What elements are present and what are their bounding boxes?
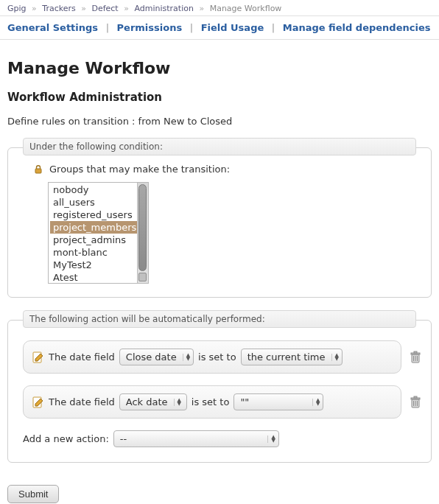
tab-general-settings[interactable]: General Settings [7, 22, 98, 33]
updown-icon: ▲▼ [174, 399, 181, 406]
action-text-mid: is set to [192, 396, 230, 407]
updown-icon: ▲▼ [331, 354, 339, 361]
add-action-row: Add a new action: -- ▲▼ [18, 430, 421, 447]
field-select[interactable]: Ack date ▲▼ [119, 393, 187, 410]
listbox-option[interactable]: MyTest2 [50, 259, 148, 271]
groups-listbox-wrap: nobodyall_usersregistered_usersproject_m… [48, 182, 149, 284]
listbox-option[interactable]: mont-blanc [50, 246, 148, 259]
page-title: Manage Workflow [7, 59, 432, 77]
delete-icon[interactable] [410, 396, 421, 409]
breadcrumb: Gpig » Trackers » Defect » Administratio… [0, 0, 439, 15]
svg-rect-0 [35, 169, 41, 173]
actions-legend: The following action will be automatical… [23, 310, 416, 328]
svg-rect-4 [414, 351, 417, 353]
listbox-option[interactable]: all_users [50, 196, 148, 209]
content: Manage Workflow Workflow Administration … [0, 40, 439, 504]
edit-icon [32, 396, 44, 408]
listbox-option[interactable]: nobody [50, 183, 148, 196]
transition-description: Define rules on transition : from New to… [7, 116, 432, 127]
updown-icon: ▲▼ [183, 354, 190, 361]
action-text-prefix: The date field [49, 396, 115, 407]
page-subtitle: Workflow Administration [7, 91, 432, 104]
breadcrumb-sep: » [199, 4, 204, 13]
scrollbar[interactable] [137, 183, 148, 283]
tab-bar: General Settings | Permissions | Field U… [0, 16, 439, 40]
add-action-value: -- [120, 433, 127, 444]
breadcrumb-link[interactable]: Administration [134, 4, 194, 13]
breadcrumb-link[interactable]: Gpig [7, 4, 27, 13]
value-select[interactable]: the current time ▲▼ [241, 349, 343, 365]
field-select-value: Close date [126, 351, 177, 363]
submit-button[interactable]: Submit [7, 485, 59, 503]
tab-field-usage[interactable]: Field Usage [201, 22, 264, 33]
breadcrumb-current: Manage Workflow [210, 4, 282, 13]
tab-sep: | [272, 22, 275, 33]
breadcrumb-sep: » [124, 4, 129, 13]
edit-icon [32, 351, 44, 363]
action-row: The date field Close date ▲▼ is set to t… [23, 340, 401, 374]
scroll-thumb[interactable] [138, 184, 147, 271]
value-select[interactable]: "" ▲▼ [233, 393, 323, 410]
groups-listbox[interactable]: nobodyall_usersregistered_usersproject_m… [49, 183, 148, 283]
add-action-label: Add a new action: [23, 433, 109, 444]
tab-manage-field-dependencies[interactable]: Manage field dependencies [283, 22, 431, 33]
updown-icon: ▲▼ [267, 435, 275, 443]
field-select[interactable]: Close date ▲▼ [119, 349, 194, 365]
tab-sep: | [190, 22, 193, 33]
tab-sep: | [106, 22, 109, 33]
condition-label: Groups that may make the transition: [49, 164, 230, 175]
action-row: The date field Ack date ▲▼ is set to "" … [23, 385, 401, 419]
value-select-value: the current time [247, 351, 326, 363]
action-text-prefix: The date field [49, 351, 115, 363]
listbox-option[interactable]: Atest [50, 271, 148, 283]
condition-legend: Under the following condition: [23, 138, 416, 155]
tab-permissions[interactable]: Permissions [117, 22, 183, 33]
action-text-mid: is set to [198, 351, 236, 363]
breadcrumb-link[interactable]: Trackers [42, 4, 75, 13]
listbox-option[interactable]: project_admins [50, 234, 148, 246]
delete-icon[interactable] [410, 351, 421, 364]
updown-icon: ▲▼ [312, 399, 320, 406]
add-action-select[interactable]: -- ▲▼ [113, 430, 279, 447]
lock-icon [33, 164, 43, 175]
breadcrumb-sep: » [32, 4, 37, 13]
listbox-option[interactable]: registered_users [50, 209, 148, 221]
svg-rect-11 [414, 396, 417, 398]
breadcrumb-sep: » [81, 4, 86, 13]
listbox-option[interactable]: project_members [50, 221, 148, 234]
field-select-value: Ack date [126, 396, 168, 407]
breadcrumb-link[interactable]: Defect [91, 4, 118, 13]
actions-panel: The following action will be automatical… [7, 311, 432, 463]
value-select-value: "" [240, 396, 249, 407]
scroll-down-icon[interactable] [138, 273, 147, 281]
condition-panel: Under the following condition: Groups th… [7, 139, 432, 298]
